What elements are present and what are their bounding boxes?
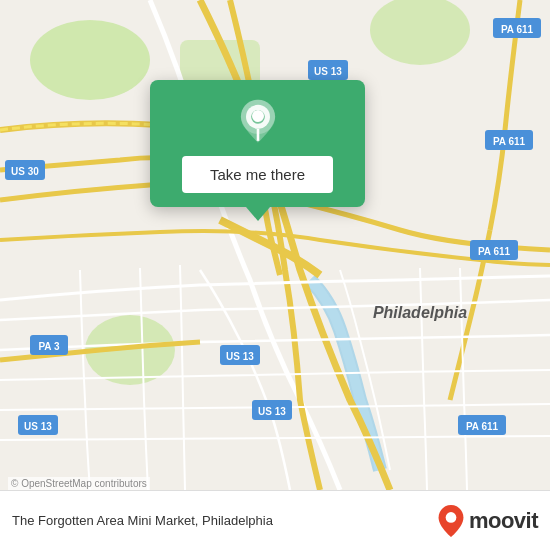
location-pin-icon <box>234 98 282 146</box>
svg-text:PA 611: PA 611 <box>493 136 526 147</box>
svg-text:US 13: US 13 <box>24 421 52 432</box>
svg-text:US 13: US 13 <box>258 406 286 417</box>
moovit-logo: moovit <box>437 505 538 537</box>
footer: The Forgotten Area Mini Market, Philadel… <box>0 490 550 550</box>
map-svg: I 76 US 13 US 30 PA 611 PA 611 PA 611 PA… <box>0 0 550 490</box>
svg-text:PA 611: PA 611 <box>466 421 499 432</box>
moovit-pin-icon <box>437 505 465 537</box>
svg-point-30 <box>252 110 264 122</box>
copyright-text: © OpenStreetMap contributors <box>8 477 150 490</box>
svg-text:US 13: US 13 <box>226 351 254 362</box>
svg-text:Philadelphia: Philadelphia <box>373 304 467 321</box>
moovit-brand-text: moovit <box>469 508 538 534</box>
take-me-there-button[interactable]: Take me there <box>182 156 333 193</box>
svg-text:PA 3: PA 3 <box>38 341 60 352</box>
svg-point-1 <box>370 0 470 65</box>
svg-text:US 30: US 30 <box>11 166 39 177</box>
popup-card: Take me there <box>150 80 365 207</box>
svg-text:PA 611: PA 611 <box>501 24 534 35</box>
map-container: I 76 US 13 US 30 PA 611 PA 611 PA 611 PA… <box>0 0 550 490</box>
svg-text:US 13: US 13 <box>314 66 342 77</box>
svg-point-31 <box>446 512 457 523</box>
place-name-text: The Forgotten Area Mini Market, Philadel… <box>12 513 437 528</box>
svg-point-0 <box>30 20 150 100</box>
svg-text:PA 611: PA 611 <box>478 246 511 257</box>
